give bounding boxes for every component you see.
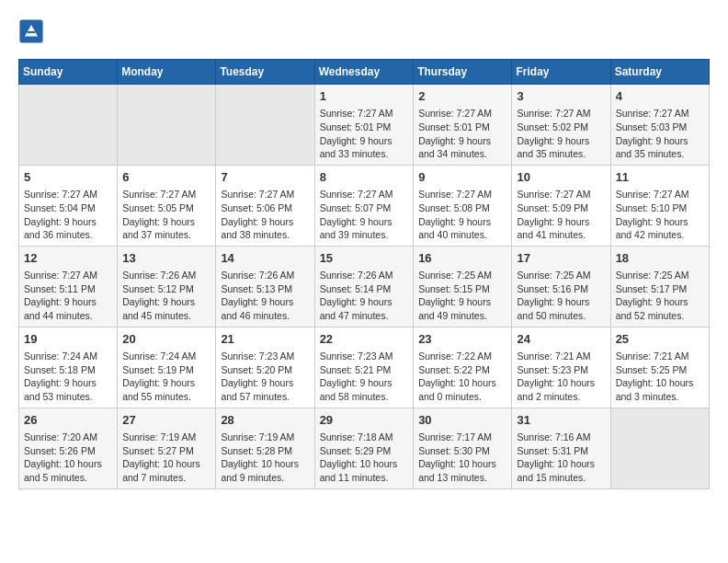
day-number: 11: [616, 169, 704, 186]
day-number: 12: [24, 250, 112, 267]
day-number: 18: [616, 250, 704, 267]
day-of-week-header: Thursday: [414, 60, 512, 85]
day-number: 25: [616, 331, 704, 348]
day-of-week-header: Wednesday: [314, 60, 414, 85]
day-number: 22: [320, 331, 409, 348]
day-number: 14: [221, 250, 309, 267]
calendar-day-cell: 25Sunrise: 7:21 AMSunset: 5:25 PMDayligh…: [610, 327, 709, 408]
calendar-day-cell: [118, 85, 216, 166]
logo-icon: [18, 18, 44, 44]
logo: [18, 18, 48, 44]
calendar-day-cell: [19, 85, 118, 166]
calendar-table: SundayMondayTuesdayWednesdayThursdayFrid…: [18, 59, 710, 489]
day-of-week-header: Monday: [118, 60, 216, 85]
calendar-day-cell: 18Sunrise: 7:25 AMSunset: 5:17 PMDayligh…: [610, 246, 709, 327]
calendar-day-cell: 7Sunrise: 7:27 AMSunset: 5:06 PMDaylight…: [216, 165, 314, 246]
calendar-day-cell: 30Sunrise: 7:17 AMSunset: 5:30 PMDayligh…: [414, 408, 512, 488]
calendar-day-cell: 29Sunrise: 7:18 AMSunset: 5:29 PMDayligh…: [314, 408, 414, 488]
day-number: 5: [24, 169, 112, 186]
day-of-week-header: Saturday: [610, 60, 709, 85]
calendar-week-row: 1Sunrise: 7:27 AMSunset: 5:01 PMDaylight…: [19, 85, 710, 166]
calendar-header: SundayMondayTuesdayWednesdayThursdayFrid…: [19, 60, 710, 85]
day-number: 10: [517, 169, 605, 186]
calendar-day-cell: 12Sunrise: 7:27 AMSunset: 5:11 PMDayligh…: [19, 246, 118, 327]
calendar-day-cell: 10Sunrise: 7:27 AMSunset: 5:09 PMDayligh…: [512, 165, 610, 246]
calendar-day-cell: 15Sunrise: 7:26 AMSunset: 5:14 PMDayligh…: [314, 246, 414, 327]
calendar-day-cell: [216, 85, 314, 166]
day-number: 21: [221, 331, 309, 348]
calendar-day-cell: 11Sunrise: 7:27 AMSunset: 5:10 PMDayligh…: [610, 165, 709, 246]
calendar-day-cell: 27Sunrise: 7:19 AMSunset: 5:27 PMDayligh…: [118, 408, 216, 488]
calendar-day-cell: 6Sunrise: 7:27 AMSunset: 5:05 PMDaylight…: [118, 165, 216, 246]
calendar-day-cell: 26Sunrise: 7:20 AMSunset: 5:26 PMDayligh…: [19, 408, 118, 488]
calendar-day-cell: 24Sunrise: 7:21 AMSunset: 5:23 PMDayligh…: [512, 327, 610, 408]
day-of-week-header: Sunday: [19, 60, 118, 85]
day-number: 17: [517, 250, 605, 267]
calendar-day-cell: 31Sunrise: 7:16 AMSunset: 5:31 PMDayligh…: [512, 408, 610, 488]
calendar-week-row: 5Sunrise: 7:27 AMSunset: 5:04 PMDaylight…: [19, 165, 710, 246]
svg-rect-2: [28, 31, 35, 33]
calendar-week-row: 12Sunrise: 7:27 AMSunset: 5:11 PMDayligh…: [19, 246, 710, 327]
calendar-day-cell: 20Sunrise: 7:24 AMSunset: 5:19 PMDayligh…: [118, 327, 216, 408]
calendar-day-cell: 9Sunrise: 7:27 AMSunset: 5:08 PMDaylight…: [414, 165, 512, 246]
calendar-day-cell: 28Sunrise: 7:19 AMSunset: 5:28 PMDayligh…: [216, 408, 314, 488]
calendar-day-cell: 5Sunrise: 7:27 AMSunset: 5:04 PMDaylight…: [19, 165, 118, 246]
day-number: 9: [418, 169, 506, 186]
calendar-day-cell: 17Sunrise: 7:25 AMSunset: 5:16 PMDayligh…: [512, 246, 610, 327]
day-number: 29: [320, 412, 409, 429]
day-number: 3: [517, 88, 605, 105]
calendar-day-cell: [610, 408, 709, 488]
calendar-day-cell: 22Sunrise: 7:23 AMSunset: 5:21 PMDayligh…: [314, 327, 414, 408]
calendar-day-cell: 14Sunrise: 7:26 AMSunset: 5:13 PMDayligh…: [216, 246, 314, 327]
calendar-body: 1Sunrise: 7:27 AMSunset: 5:01 PMDaylight…: [19, 85, 710, 489]
day-number: 24: [517, 331, 605, 348]
day-number: 8: [320, 169, 409, 186]
day-number: 7: [221, 169, 309, 186]
calendar-day-cell: 21Sunrise: 7:23 AMSunset: 5:20 PMDayligh…: [216, 327, 314, 408]
day-number: 4: [616, 88, 704, 105]
day-number: 20: [122, 331, 210, 348]
calendar-day-cell: 3Sunrise: 7:27 AMSunset: 5:02 PMDaylight…: [512, 85, 610, 166]
day-of-week-header: Friday: [512, 60, 610, 85]
day-number: 13: [122, 250, 210, 267]
day-number: 26: [24, 412, 112, 429]
day-number: 2: [418, 88, 506, 105]
calendar-day-cell: 16Sunrise: 7:25 AMSunset: 5:15 PMDayligh…: [414, 246, 512, 327]
day-of-week-header: Tuesday: [216, 60, 314, 85]
day-number: 16: [418, 250, 506, 267]
day-number: 15: [320, 250, 409, 267]
calendar-week-row: 26Sunrise: 7:20 AMSunset: 5:26 PMDayligh…: [19, 408, 710, 488]
calendar-day-cell: 23Sunrise: 7:22 AMSunset: 5:22 PMDayligh…: [414, 327, 512, 408]
calendar-day-cell: 2Sunrise: 7:27 AMSunset: 5:01 PMDaylight…: [414, 85, 512, 166]
day-number: 30: [418, 412, 506, 429]
calendar-day-cell: 8Sunrise: 7:27 AMSunset: 5:07 PMDaylight…: [314, 165, 414, 246]
day-number: 23: [418, 331, 506, 348]
day-number: 19: [24, 331, 112, 348]
day-number: 28: [221, 412, 309, 429]
calendar-day-cell: 4Sunrise: 7:27 AMSunset: 5:03 PMDaylight…: [610, 85, 709, 166]
page-header: [18, 18, 710, 44]
day-number: 6: [122, 169, 210, 186]
day-number: 1: [320, 88, 409, 105]
day-number: 27: [122, 412, 210, 429]
calendar-day-cell: 19Sunrise: 7:24 AMSunset: 5:18 PMDayligh…: [19, 327, 118, 408]
calendar-week-row: 19Sunrise: 7:24 AMSunset: 5:18 PMDayligh…: [19, 327, 710, 408]
calendar-day-cell: 1Sunrise: 7:27 AMSunset: 5:01 PMDaylight…: [314, 85, 414, 166]
day-number: 31: [517, 412, 605, 429]
calendar-day-cell: 13Sunrise: 7:26 AMSunset: 5:12 PMDayligh…: [118, 246, 216, 327]
days-of-week-row: SundayMondayTuesdayWednesdayThursdayFrid…: [19, 60, 710, 85]
